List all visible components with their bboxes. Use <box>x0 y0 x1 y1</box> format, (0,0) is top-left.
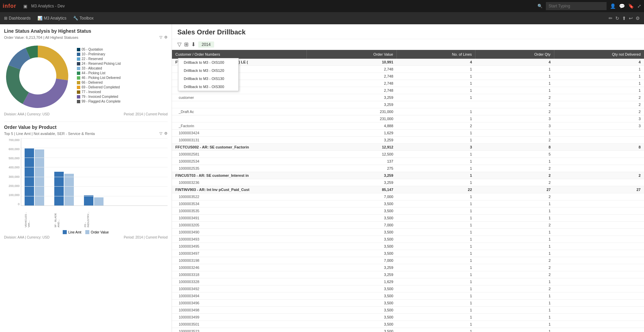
cell-order-value: 3,500 <box>307 300 397 307</box>
cell-customer: 1000003496 <box>172 300 307 307</box>
table-row[interactable]: 10000035353,50011 <box>172 208 644 215</box>
table-row[interactable]: 10000034993,50011 <box>172 314 644 321</box>
table-row[interactable]: FVAT436-17 - SE Customer (TAXP=1) LE (10… <box>172 59 644 66</box>
table-row[interactable]: FFCTCUS002 - AR: SE customer_Factorin12,… <box>172 144 644 151</box>
table-row[interactable]: 231,000133 <box>172 115 644 122</box>
y-label: 0 <box>4 202 20 206</box>
table-row[interactable]: 10000033281,62911 <box>172 278 644 285</box>
nav-toolbox[interactable]: 🔧 Toolbox <box>73 16 93 21</box>
cell-qty: 2 <box>475 193 554 200</box>
undo-icon[interactable]: ↩ <box>629 16 633 21</box>
cell-customer: FINTINV903 - AR: Int Inv pCust_Paid_Cust <box>172 186 307 193</box>
bookmark-icon[interactable]: 🔖 <box>628 3 634 9</box>
gear2-icon[interactable]: ⚙ <box>164 131 168 136</box>
table-row[interactable]: 10000034933,50011 <box>172 236 644 243</box>
gear-icon[interactable]: ⚙ <box>164 35 168 39</box>
table-row[interactable]: 10000034953,50011 <box>172 243 644 250</box>
cell-order-value: 4,888 <box>307 122 397 130</box>
cell-customer: 1000003318 <box>172 271 307 278</box>
table-row[interactable]: 10000035343,50011 <box>172 200 644 208</box>
legend-item: 99 - Flagged As Complete <box>77 100 121 103</box>
cell-qty-nd: 2 <box>554 94 644 101</box>
table-row[interactable]: 10000034943,50011 <box>172 293 644 300</box>
filter2-icon[interactable]: ▽ <box>159 131 162 136</box>
table-row[interactable]: 2,748111 <box>172 73 644 80</box>
table-row[interactable]: 10000031987,00012 <box>172 257 644 264</box>
table-row[interactable]: 10000031313,25912 <box>172 137 644 144</box>
cell-qty: 1 <box>475 236 554 243</box>
cell-qty: 1 <box>475 300 554 307</box>
drillback-table-container[interactable]: Customer / Order Numbers Order Value No.… <box>172 50 644 332</box>
table-row[interactable]: 10000034983,50011 <box>172 307 644 314</box>
table-row[interactable]: 10000032057,00012 <box>172 222 644 229</box>
edit-icon[interactable]: ✏ <box>609 16 613 21</box>
table-row[interactable]: 10000035227,00012 <box>172 193 644 200</box>
expand-icon[interactable]: ⤢ <box>637 3 641 9</box>
table-row[interactable]: FINTINV903 - AR: Int Inv pCust_Paid_Cust… <box>172 186 644 193</box>
cell-qty: 2 <box>475 271 554 278</box>
context-menu-item[interactable]: Drillback to M3 - OIS130 <box>178 75 238 83</box>
drillback-table-body: FVAT436-17 - SE Customer (TAXP=1) LE (10… <box>172 59 644 332</box>
table-row[interactable]: 10000034973,50011 <box>172 250 644 257</box>
widget2-subtitle-text: Top 5 | Line Amt | Not available, SER - … <box>4 132 95 136</box>
table-row[interactable]: 10000034241,62911 <box>172 130 644 137</box>
table-row[interactable]: 3,25922 <box>172 101 644 108</box>
cell-lines: 1 <box>397 137 475 144</box>
filter-icon[interactable]: ▽ <box>159 35 162 39</box>
user-icon[interactable]: 👤 <box>610 3 616 9</box>
settings-icon[interactable]: ⚙ <box>636 16 640 21</box>
cell-qty: 1 <box>475 80 554 87</box>
cell-customer: 1000003494 <box>172 293 307 300</box>
cell-qty: 5 <box>475 151 554 158</box>
table-row[interactable]: 10000034903,50011 <box>172 229 644 236</box>
cell-qty-nd <box>554 271 644 278</box>
context-menu-item[interactable]: Drillback to M3 - OIS100 <box>178 58 238 66</box>
year-filter[interactable]: 2014 <box>198 42 214 48</box>
search-input[interactable] <box>546 2 607 10</box>
filter-toolbar-icon[interactable]: ▽ <box>177 41 181 48</box>
cell-qty: 3 <box>475 122 554 130</box>
table-row[interactable]: 10000035233,50011 <box>172 328 644 332</box>
refresh-icon[interactable]: ↻ <box>615 16 619 21</box>
nav-dashboards[interactable]: ⊞ Dashboards <box>4 16 31 21</box>
share-icon[interactable]: ⬆ <box>622 16 626 21</box>
table-row[interactable]: 10000032363,25912 <box>172 179 644 186</box>
table-row[interactable]: customer3,259122 <box>172 94 644 101</box>
nav-m3analytics[interactable]: 📊 M3 Analytics <box>37 16 66 21</box>
table-row[interactable]: FINCUST03 - AR: SE customer_Interest in3… <box>172 172 644 179</box>
legend-color-box <box>77 86 80 89</box>
table-row[interactable]: 100000253413711 <box>172 158 644 165</box>
table-row[interactable]: 2,748111 <box>172 80 644 87</box>
legend-label-line: Line Amt <box>68 230 81 234</box>
table-row[interactable]: 10000034963,50011 <box>172 300 644 307</box>
drillback-title: Sales Order Drillback <box>172 24 644 39</box>
table-row[interactable]: 10000034913,50011 <box>172 215 644 222</box>
context-menu-item[interactable]: Drillback to M3 - OIS300 <box>178 83 238 91</box>
context-menu-item[interactable]: Drillback to M3 - OIS120 <box>178 66 238 75</box>
main-content: Line Status Analysis by Highest Status O… <box>0 24 644 332</box>
table-row[interactable]: 10000032463,25912 <box>172 264 644 271</box>
chat-icon[interactable]: 💬 <box>619 3 625 9</box>
table-row[interactable]: 10000033183,25912 <box>172 271 644 278</box>
legend-item: 33 - Allocated <box>77 66 121 70</box>
table-row[interactable]: 10000035013,50011 <box>172 321 644 328</box>
cell-customer: 1000003497 <box>172 250 307 257</box>
cell-qty: 2 <box>475 257 554 264</box>
table-row[interactable]: 10000034923,50012 <box>172 285 644 293</box>
table-row[interactable]: 10000043972,748111 <box>172 66 644 73</box>
table-row[interactable]: _Draft Ac231,000122 <box>172 108 644 115</box>
table-row[interactable]: 100000258112,50015 <box>172 151 644 158</box>
table-icon[interactable]: ⊞ <box>184 41 188 48</box>
cell-lines: 1 <box>397 80 475 87</box>
drillback-table: Customer / Order Numbers Order Value No.… <box>172 50 644 332</box>
context-menu: Drillback to M3 - OIS100Drillback to M3 … <box>178 58 239 91</box>
cell-order-value: 2,748 <box>307 73 397 80</box>
cell-qty-nd <box>554 215 644 222</box>
cell-customer: 1000003131 <box>172 137 307 144</box>
table-row[interactable]: 100000253527512 <box>172 165 644 172</box>
table-row[interactable]: _Factorin4,888233 <box>172 122 644 130</box>
table-row[interactable]: 2,748111 <box>172 87 644 94</box>
download-icon[interactable]: ⬇ <box>191 41 196 48</box>
cell-lines: 1 <box>397 200 475 208</box>
cell-qty-nd <box>554 257 644 264</box>
